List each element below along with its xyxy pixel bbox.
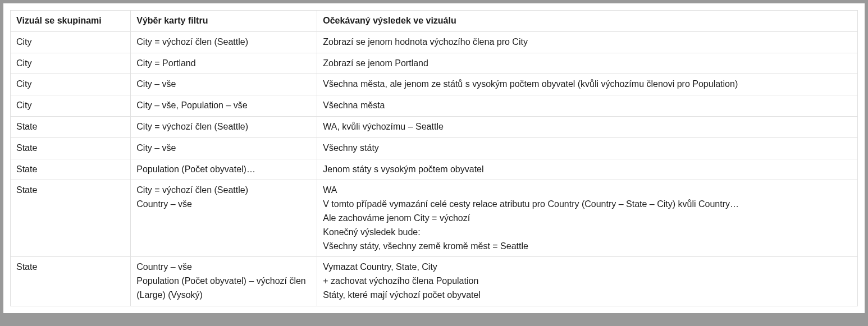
cell-result: WAV tomto případě vymazání celé cesty re… <box>317 180 858 257</box>
cell-filter: City = výchozí člen (Seattle) <box>131 116 317 137</box>
cell-filter: City = výchozí člen (Seattle)Country – v… <box>131 180 317 257</box>
header-filter: Výběr karty filtru <box>131 11 317 32</box>
table-row: CityCity – vše, Population – všeVšechna … <box>11 95 858 117</box>
cell-visual: State <box>11 116 131 137</box>
table-row: StateCountry – všePopulation (Počet obyv… <box>11 257 858 306</box>
cell-visual: State <box>11 137 131 159</box>
header-result: Očekávaný výsledek ve vizuálu <box>317 11 858 32</box>
cell-line: Konečný výsledek bude: <box>323 226 852 240</box>
cell-line: Population (Počet obyvatel) – výchozí čl… <box>136 274 311 302</box>
cell-filter: City – vše, Population – vše <box>131 95 317 117</box>
cell-visual: City <box>11 31 131 53</box>
cell-line: Všechna města, ale jenom ze států s vyso… <box>323 77 852 91</box>
table-row: StateCity = výchozí člen (Seattle)WA, kv… <box>11 116 858 137</box>
table-row: CityCity = výchozí člen (Seattle)Zobrazí… <box>11 31 858 53</box>
table-row: StatePopulation (Počet obyvatel)…Jenom s… <box>11 159 858 180</box>
cell-result: Vymazat Country, State, City+ zachovat v… <box>317 257 858 306</box>
cell-result: Zobrazí se jenom Portland <box>317 53 858 74</box>
cell-filter: City = výchozí člen (Seattle) <box>131 31 317 53</box>
cell-result: Všechny státy <box>317 137 858 159</box>
cell-line: Country – vše <box>136 198 311 212</box>
cell-line: Jenom státy s vysokým počtem obyvatel <box>323 163 852 177</box>
cell-line: Zobrazí se jenom hodnota výchozího člena… <box>323 35 852 49</box>
cell-line: City – vše, Population – vše <box>136 99 311 113</box>
table-row: CityCity – všeVšechna města, ale jenom z… <box>11 74 858 95</box>
cell-line: City = výchozí člen (Seattle) <box>136 35 311 49</box>
cell-line: Státy, které mají výchozí počet obyvatel <box>323 288 852 302</box>
cell-line: WA <box>323 183 852 198</box>
cell-line: City – vše <box>136 141 311 155</box>
cell-line: City = výchozí člen (Seattle) <box>136 183 311 198</box>
table-row: CityCity = PortlandZobrazí se jenom Port… <box>11 53 858 74</box>
cell-line: Všechny státy, všechny země kromě měst =… <box>323 240 852 254</box>
cell-visual: City <box>11 53 131 74</box>
table-container: Vizuál se skupinami Výběr karty filtru O… <box>3 3 865 313</box>
cell-line: Všechna města <box>323 99 852 113</box>
cell-visual: City <box>11 95 131 117</box>
table-body: CityCity = výchozí člen (Seattle)Zobrazí… <box>11 31 858 306</box>
cell-result: Jenom státy s vysokým počtem obyvatel <box>317 159 858 180</box>
cell-line: Ale zachováme jenom City = výchozí <box>323 212 852 226</box>
cell-result: Zobrazí se jenom hodnota výchozího člena… <box>317 31 858 53</box>
cell-filter: City – vše <box>131 137 317 159</box>
cell-visual: State <box>11 180 131 257</box>
cell-visual: State <box>11 159 131 180</box>
cell-visual: State <box>11 257 131 306</box>
cell-line: WA, kvůli výchozímu – Seattle <box>323 120 852 134</box>
cell-result: Všechna města, ale jenom ze států s vyso… <box>317 74 858 95</box>
cell-line: City = Portland <box>136 57 311 71</box>
header-visual: Vizuál se skupinami <box>11 11 131 32</box>
cell-filter: Population (Počet obyvatel)… <box>131 159 317 180</box>
cell-filter: City – vše <box>131 74 317 95</box>
cell-line: Country – vše <box>136 260 311 274</box>
cell-visual: City <box>11 74 131 95</box>
cell-line: Všechny státy <box>323 141 852 155</box>
cell-line: City = výchozí člen (Seattle) <box>136 120 311 134</box>
cell-line: Vymazat Country, State, City <box>323 260 852 274</box>
table-row: StateCity – všeVšechny státy <box>11 137 858 159</box>
table-row: StateCity = výchozí člen (Seattle)Countr… <box>11 180 858 257</box>
cell-line: Zobrazí se jenom Portland <box>323 57 852 71</box>
cell-line: City – vše <box>136 77 311 91</box>
filter-results-table: Vizuál se skupinami Výběr karty filtru O… <box>10 10 858 306</box>
cell-result: WA, kvůli výchozímu – Seattle <box>317 116 858 137</box>
cell-line: Population (Počet obyvatel)… <box>136 163 311 177</box>
cell-line: + zachovat výchozího člena Population <box>323 274 852 288</box>
cell-filter: Country – všePopulation (Počet obyvatel)… <box>131 257 317 306</box>
table-header-row: Vizuál se skupinami Výběr karty filtru O… <box>11 11 858 32</box>
cell-line: V tomto případě vymazání celé cesty rela… <box>323 198 852 212</box>
cell-filter: City = Portland <box>131 53 317 74</box>
cell-result: Všechna města <box>317 95 858 117</box>
